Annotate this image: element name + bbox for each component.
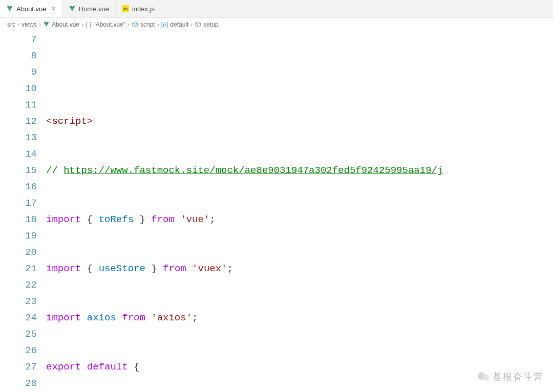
line-number: 9 xyxy=(0,64,37,80)
line-number: 28 xyxy=(0,375,37,391)
code-line xyxy=(46,64,553,80)
tab-label: index.js xyxy=(132,5,155,13)
breadcrumb-item[interactable]: src xyxy=(7,21,15,28)
line-number: 8 xyxy=(0,48,37,64)
tab-about-vue[interactable]: About.vue × xyxy=(0,0,62,17)
line-number: 27 xyxy=(0,359,37,375)
braces-icon: { } xyxy=(86,21,91,28)
svg-point-1 xyxy=(483,375,489,381)
tab-label: Home.vue xyxy=(79,5,109,13)
vue-icon xyxy=(43,21,50,28)
line-number: 22 xyxy=(0,277,37,293)
line-number: 19 xyxy=(0,228,37,244)
chevron-right-icon: › xyxy=(81,21,83,28)
line-number: 16 xyxy=(0,179,37,195)
breadcrumb-item[interactable]: "About.vue" xyxy=(93,21,125,28)
tab-home-vue[interactable]: Home.vue xyxy=(62,0,116,17)
chevron-right-icon: › xyxy=(39,21,41,28)
svg-point-4 xyxy=(484,377,485,378)
code-line: import { useStore } from 'vuex'; xyxy=(46,260,553,277)
line-number: 15 xyxy=(0,162,37,179)
line-number-gutter: 7 8 9 10 11 12 13 14 15 16 17 18 19 20 2… xyxy=(0,31,46,392)
tab-bar: About.vue × Home.vue JS index.js xyxy=(0,0,553,18)
svg-point-3 xyxy=(482,375,483,376)
breadcrumb: src › views › About.vue › { } "About.vue… xyxy=(0,18,553,31)
line-number: 13 xyxy=(0,129,37,146)
vue-icon xyxy=(69,5,76,12)
breadcrumb-item[interactable]: About.vue xyxy=(52,21,79,28)
code-content[interactable]: <script> // https://www.fastmock.site/mo… xyxy=(46,31,553,392)
close-icon[interactable]: × xyxy=(52,5,56,12)
code-line: import { toRefs } from 'vue'; xyxy=(46,211,553,228)
brackets-icon: [ℯ] xyxy=(161,21,168,28)
breadcrumb-item[interactable]: setup xyxy=(203,21,218,28)
watermark: 基根奋斗营 xyxy=(477,371,544,383)
line-number: 10 xyxy=(0,80,37,97)
line-number: 24 xyxy=(0,310,37,326)
tab-index-js[interactable]: JS index.js xyxy=(116,0,161,17)
line-number: 18 xyxy=(0,211,37,228)
line-number: 7 xyxy=(0,31,37,48)
code-line: <script> xyxy=(46,113,553,129)
code-line: // https://www.fastmock.site/mock/ae8e90… xyxy=(46,162,553,179)
watermark-text: 基根奋斗营 xyxy=(493,371,544,383)
svg-point-2 xyxy=(479,375,480,376)
wechat-icon xyxy=(477,371,490,382)
breadcrumb-item[interactable]: views xyxy=(22,21,37,28)
line-number: 14 xyxy=(0,146,37,162)
breadcrumb-item[interactable]: script xyxy=(140,21,155,28)
chevron-right-icon: › xyxy=(190,21,193,28)
breadcrumb-item[interactable]: default xyxy=(170,21,188,28)
tab-label: About.vue xyxy=(16,5,47,13)
js-icon: JS xyxy=(122,5,129,12)
line-number: 26 xyxy=(0,342,37,359)
line-number: 23 xyxy=(0,293,37,310)
line-number: 17 xyxy=(0,195,37,211)
line-number: 21 xyxy=(0,260,37,277)
chevron-right-icon: › xyxy=(127,21,130,28)
cube-icon xyxy=(132,21,138,28)
chevron-right-icon: › xyxy=(17,21,19,28)
line-number: 20 xyxy=(0,244,37,260)
svg-point-5 xyxy=(486,377,487,378)
line-number: 11 xyxy=(0,97,37,113)
cube-icon xyxy=(195,21,201,28)
chevron-right-icon: › xyxy=(157,21,159,28)
code-editor[interactable]: 7 8 9 10 11 12 13 14 15 16 17 18 19 20 2… xyxy=(0,31,553,392)
line-number: 25 xyxy=(0,326,37,342)
vue-icon xyxy=(6,5,13,12)
line-number: 12 xyxy=(0,113,37,129)
code-line: import axios from 'axios'; xyxy=(46,310,553,326)
